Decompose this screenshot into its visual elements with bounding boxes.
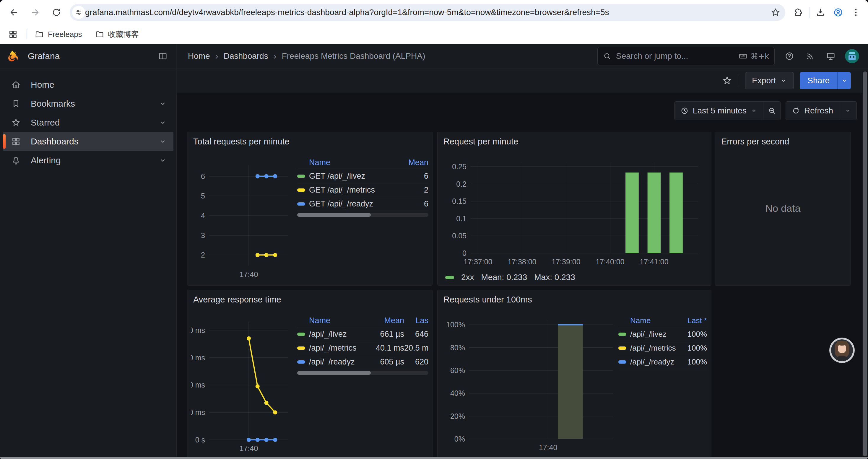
legend-inline[interactable]: 2xx Mean: 0.233 Max: 0.233 [445,273,575,282]
panel-total-requests: Total requests per minute 6543217:40 Nam… [187,132,433,286]
panel-title[interactable]: Errors per second [721,137,789,146]
chevron-down-icon[interactable] [159,137,167,145]
search-input[interactable] [616,52,739,61]
chart-total-requests[interactable]: 6543217:40 [191,160,297,281]
no-data-message: No data [715,203,850,214]
legend-row[interactable]: /api/_/readyz100% [618,355,707,369]
legend-scrollbar[interactable] [297,213,428,217]
chart-average-response-time[interactable]: 80 ms60 ms40 ms20 ms0 s17:40 [191,317,297,456]
assistant-avatar[interactable] [829,338,855,363]
breadcrumb-item[interactable]: Dashboards [224,52,268,61]
brand-label: Grafana [28,51,60,61]
url-input[interactable] [85,8,769,17]
legend-col-mean[interactable]: Mean [402,158,428,167]
legend-scroll-thumb[interactable] [297,371,371,375]
bookmark-folder-label: Freeleaps [48,30,82,39]
legend-col-last[interactable]: Last * [679,316,707,325]
monitor-icon[interactable] [825,50,837,62]
chart-canvas[interactable]: 80 ms60 ms40 ms20 ms0 s17:40 [191,317,297,456]
toolbar-divider [809,7,809,18]
legend-row[interactable]: /api/_/livez661 µs646 [297,327,428,341]
help-icon[interactable] [783,50,795,62]
legend-row[interactable]: GET /api/_/readyz6 [297,197,428,211]
legend-col-name[interactable]: Name [618,316,679,325]
share-chevron-icon[interactable] [837,72,851,89]
sidebar-item-alerting[interactable]: Alerting [3,151,174,170]
legend-scroll-thumb[interactable] [297,213,371,217]
apps-grid-icon[interactable] [7,28,19,40]
legend-row[interactable]: GET /api/_/livez6 [297,169,428,183]
rss-icon[interactable] [804,50,816,62]
time-range-picker[interactable]: Last 5 minutes [675,102,763,120]
legend-col-mean[interactable]: Mean [366,316,404,325]
downloads-icon[interactable] [814,6,827,19]
panel-title[interactable]: Total requests per minute [193,137,289,146]
legend-value: 40.1 ms [366,343,404,353]
site-info-icon[interactable] [72,6,85,19]
legend-scrollbar[interactable] [297,371,428,375]
menu-icon[interactable] [849,6,863,19]
bookmark-star-icon[interactable] [769,6,782,19]
legend-col-las[interactable]: Las [404,316,428,325]
legend-row[interactable]: /api/_/metrics100% [618,341,707,355]
panel-title[interactable]: Requests under 100ms [443,295,532,304]
chevron-down-icon[interactable] [159,119,167,127]
legend-swatch [297,360,305,364]
legend-max: Max: 0.233 [534,273,575,282]
chevron-down-icon[interactable] [159,100,167,108]
refresh-button[interactable]: Refresh [786,102,839,120]
refresh-interval-dropdown[interactable] [839,102,857,120]
page-scrollbar[interactable] [862,71,868,457]
svg-text:0: 0 [462,249,466,257]
svg-text:17:40: 17:40 [539,444,557,452]
extensions-icon[interactable] [791,6,805,19]
legend-table: NameLast */api/_/livez100%/api/_/metrics… [618,314,707,369]
scrollbar-thumb[interactable] [863,71,867,456]
panel-title[interactable]: Average response time [193,295,281,304]
legend-row[interactable]: /api/_/readyz605 µs620 [297,355,428,369]
star-dashboard-icon[interactable] [721,75,733,87]
chevron-down-icon[interactable] [159,156,167,165]
export-button[interactable]: Export [745,72,794,89]
legend-col-name[interactable]: Name [297,316,366,325]
chart-canvas[interactable]: 100%80%60%40%20%0%17:40 [441,316,618,456]
breadcrumb-item[interactable]: Home [188,52,210,61]
breadcrumb-item[interactable]: Freeleaps Metrics Dashboard (ALPHA) [282,52,426,61]
search-box[interactable]: ⌘+k [597,47,775,65]
legend-swatch [297,174,305,178]
legend-row[interactable]: /api/_/livez100% [618,327,707,341]
reload-icon[interactable] [50,6,63,19]
sidebar-item-starred[interactable]: Starred [3,113,174,132]
share-button[interactable]: Share [800,72,837,89]
sidebar-item-home[interactable]: Home [3,75,174,94]
collapse-sidebar-icon[interactable] [157,50,169,62]
legend-swatch [297,189,305,192]
sidebar-item-bookmarks[interactable]: Bookmarks [3,94,174,113]
browser-toolbar [0,0,868,25]
zoom-out-time-button[interactable] [764,102,780,120]
bookmark-folder-freeleaps[interactable]: Freeleaps [35,30,82,39]
forward-icon[interactable] [28,6,42,19]
chart-requests-under-100ms[interactable]: 100%80%60%40%20%0%17:40 [441,316,618,456]
profile-icon[interactable] [831,6,845,19]
back-icon[interactable] [7,6,21,19]
bookmark-folder-blogs[interactable]: 收藏博客 [95,29,139,40]
svg-text:17:40:00: 17:40:00 [596,258,624,266]
chart-canvas[interactable]: 0.250.20.150.10.05017:37:0017:38:0017:39… [441,157,707,270]
legend-swatch [297,333,305,336]
chart-request-per-minute[interactable]: 0.250.20.150.10.05017:37:0017:38:0017:39… [441,157,707,270]
svg-text:17:40: 17:40 [240,270,258,278]
grafana-logo-icon[interactable] [6,50,20,63]
chart-canvas[interactable]: 6543217:40 [191,160,297,281]
panel-title[interactable]: Request per minute [443,137,518,146]
chevron-down-icon [751,107,757,114]
legend-row[interactable]: GET /api/_/metrics2 [297,183,428,197]
address-bar[interactable] [70,4,785,21]
sidebar-item-dashboards[interactable]: Dashboards [3,132,174,151]
legend-col-name[interactable]: Name [297,158,402,167]
sidebar-nav: HomeBookmarksStarredDashboardsAlerting [0,69,176,170]
user-avatar[interactable] [845,49,859,63]
svg-text:60%: 60% [450,366,465,374]
legend-row[interactable]: /api/_/metrics40.1 ms20.5 m [297,341,428,355]
panel-average-response-time: Average response time 80 ms60 ms40 ms20 … [187,290,433,459]
